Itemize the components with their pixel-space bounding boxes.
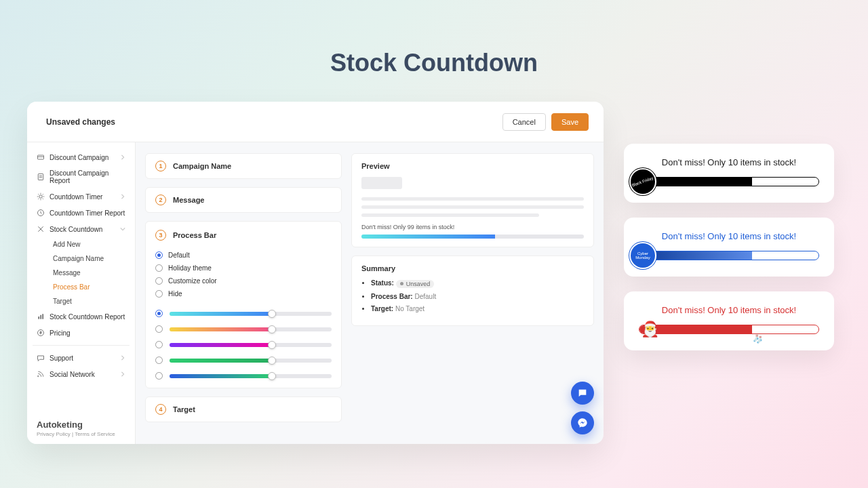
sidebar-item-label: Pricing [50,329,71,337]
sidebar-item-stock-countdown-report[interactable]: Stock Countdown Report [33,308,130,325]
gradient-option-0[interactable] [155,310,332,317]
preview-card-black-friday: Don't miss! Only 10 items in stock! Blac… [624,144,834,203]
sidebar-item-label: Countdown Timer [50,193,102,201]
gradient-bar [170,343,332,347]
summary-row: Target: No Target [371,305,584,312]
bar-chart-icon [37,312,45,321]
sidebar-submenu: Add New Campaign Name Message Process Ba… [33,237,130,308]
svg-rect-0 [38,155,44,159]
sidebar-item-countdown-timer[interactable]: Countdown Timer [33,188,130,205]
radio-label: Holiday theme [168,264,212,272]
chat-bubble-button[interactable] [571,382,594,405]
discount-icon [37,153,45,161]
summary-row: Process Bar: Default [371,293,584,300]
step-message[interactable]: 2Message [145,187,342,213]
preview-text: Don't miss! Only 10 items in stock! [639,157,819,167]
sidebar-sub-target[interactable]: Target [49,294,130,308]
radio-option-customize-color[interactable]: Customize color [155,274,332,287]
preview-progress-bar [361,235,584,239]
sidebar-item-discount-campaign-report[interactable]: Discount Campaign Report [33,165,130,188]
chevron-right-icon [120,371,125,377]
radio-option-holiday-theme[interactable]: Holiday theme [155,262,332,274]
sidebar-item-label: Social Network [50,371,95,378]
santa-badge-icon: 🎅 [637,317,662,342]
chevron-right-icon [120,355,125,361]
radio-icon [155,357,163,364]
step-campaign-name[interactable]: 1Campaign Name [145,153,342,179]
svg-rect-1 [38,174,43,180]
gradient-option-3[interactable] [155,357,332,364]
summary-heading: Summary [361,264,584,272]
page-title: Stock Countdown [0,0,868,77]
sidebar-item-support[interactable]: Support [33,350,130,366]
sidebar-item-social[interactable]: Social Network [33,366,130,382]
sidebar-item-discount-campaign[interactable]: Discount Campaign [33,149,130,165]
preview-card-cyber-monday: Don't miss! Only 10 items in stock! Cybe… [624,218,834,277]
radio-icon [155,277,163,285]
process-bar-radio-group: DefaultHoliday themeCustomize colorHide [155,249,332,300]
sidebar-item-pricing[interactable]: Pricing [33,325,130,341]
summary-row: Status: Unsaved [371,279,584,288]
progress-bar [639,177,819,186]
sidebar-item-label: Support [50,354,73,362]
gradient-bar [170,312,332,316]
preview-panel: Preview Don't miss! Only 99 items in sto… [351,153,594,247]
app-window: Unsaved changes Cancel Save Discount Cam… [27,102,604,444]
gradient-bar [170,327,332,331]
skeleton-line [361,205,584,209]
chat-icon [37,354,45,362]
sidebar-item-label: Stock Countdown [50,226,102,233]
cancel-button[interactable]: Cancel [502,113,546,131]
step-target[interactable]: 4Target [145,396,342,422]
gradient-option-2[interactable] [155,341,332,348]
step-label: Campaign Name [173,162,231,170]
sidebar-sub-add-new[interactable]: Add New [49,237,130,251]
radio-label: Hide [168,290,182,298]
sidebar: Discount Campaign Discount Campaign Repo… [27,142,136,444]
skeleton-line [361,197,584,201]
svg-rect-6 [42,314,43,319]
radio-option-hide[interactable]: Hide [155,287,332,300]
rss-icon [37,370,45,378]
step-number: 4 [155,404,166,415]
brand-logo: Autoketing [37,420,125,430]
sidebar-item-label: Discount Campaign [50,154,108,161]
progress-bar: 🧦 [639,325,819,334]
clock-icon [37,209,45,217]
step-label: Process Bar [173,231,216,239]
radio-icon [155,372,163,380]
chevron-right-icon [120,194,125,199]
summary-panel: Summary Status: UnsavedProcess Bar: Defa… [351,256,594,326]
radio-label: Customize color [168,277,217,285]
preview-text: Don't miss! Only 10 items in stock! [639,305,819,315]
sidebar-sub-process-bar[interactable]: Process Bar [49,280,130,294]
gradient-option-1[interactable] [155,325,332,333]
messenger-button[interactable] [571,411,594,434]
skeleton-line [361,214,539,217]
sidebar-sub-campaign-name[interactable]: Campaign Name [49,251,130,266]
preview-message: Don't miss! Only 99 items in stock! [361,224,584,230]
unsaved-changes-label: Unsaved changes [46,117,115,127]
radio-icon [155,325,163,333]
gradient-bar [170,359,332,363]
step-number: 1 [155,161,166,171]
radio-icon [155,341,163,348]
progress-bar [639,251,819,260]
step-number: 3 [155,230,166,241]
sidebar-sub-message[interactable]: Message [49,266,130,280]
sidebar-item-countdown-timer-report[interactable]: Countdown Timer Report [33,205,130,221]
sidebar-item-label: Discount Campaign Report [50,169,125,184]
cyber-monday-badge-icon: Cyber Monday [631,243,655,268]
step-label: Target [173,405,195,413]
sidebar-item-label: Stock Countdown Report [50,313,125,321]
legal-links[interactable]: Privacy Policy | Terms of Service [37,431,125,437]
step-label: Message [173,196,204,204]
radio-label: Default [168,251,190,259]
save-button[interactable]: Save [551,113,589,131]
dollar-icon [37,329,45,337]
sidebar-item-label: Countdown Timer Report [50,209,125,217]
gradient-option-4[interactable] [155,372,332,380]
radio-option-default[interactable]: Default [155,249,332,262]
svg-point-2 [39,195,43,199]
sidebar-item-stock-countdown[interactable]: Stock Countdown [33,221,130,237]
